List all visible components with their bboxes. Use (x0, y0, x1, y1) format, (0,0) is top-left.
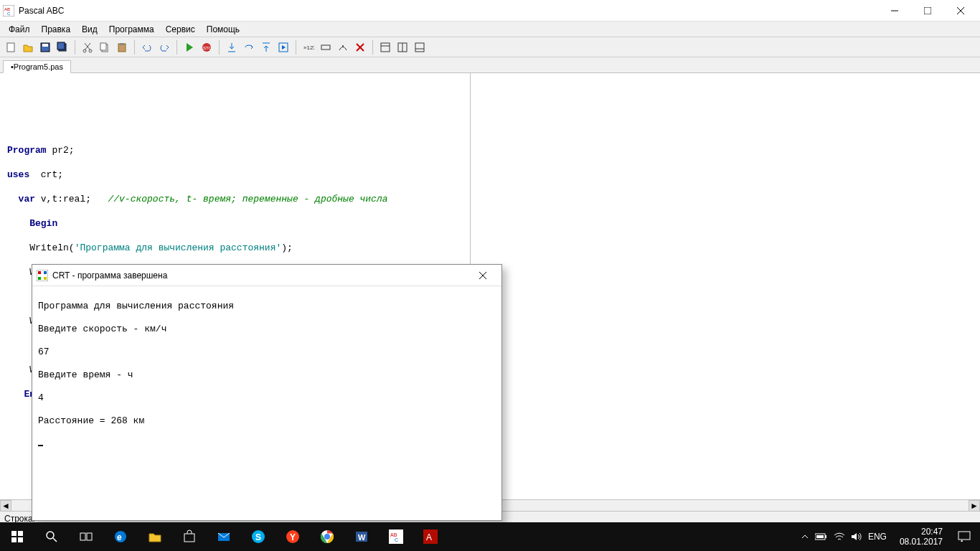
toolbar-separator (296, 40, 296, 55)
clock-date: 08.01.2017 (900, 537, 943, 547)
start-button[interactable] (0, 522, 34, 551)
svg-rect-11 (57, 42, 65, 50)
output-window-icon[interactable] (377, 39, 393, 55)
crt-titlebar[interactable]: CRT - программа завершена (32, 265, 501, 286)
save-icon[interactable] (37, 39, 53, 55)
word-icon[interactable]: W (344, 522, 379, 551)
svg-rect-17 (120, 43, 124, 45)
code-line: Program pr2; (7, 144, 463, 156)
language-indicator[interactable]: ENG (868, 532, 887, 542)
wifi-icon[interactable] (834, 532, 845, 541)
close-button[interactable] (944, 0, 977, 22)
yandex-icon[interactable]: Y (275, 522, 310, 551)
window-controls (878, 0, 977, 22)
action-center-icon[interactable] (948, 522, 980, 551)
app-title: Pascal ABC (19, 6, 878, 16)
file-explorer-icon[interactable] (138, 522, 172, 551)
toolbar-separator (219, 40, 220, 55)
menu-file[interactable]: Файл (3, 23, 36, 36)
tabbar: •Program5.pas (0, 57, 980, 73)
minimize-button[interactable] (878, 0, 911, 22)
redo-icon[interactable] (156, 39, 172, 55)
maximize-button[interactable] (911, 0, 944, 22)
toolbar-separator (134, 40, 135, 55)
store-icon[interactable] (172, 522, 207, 551)
scroll-left-icon[interactable]: ◄ (0, 500, 11, 512)
menu-help[interactable]: Помощь (201, 23, 245, 36)
svg-rect-45 (80, 533, 85, 540)
svg-text:A: A (426, 532, 432, 542)
menu-service[interactable]: Сервис (160, 23, 201, 36)
cut-icon[interactable] (80, 39, 95, 55)
step-over-icon[interactable] (241, 39, 257, 55)
svg-rect-42 (18, 537, 23, 542)
copy-icon[interactable] (97, 39, 113, 55)
svg-rect-36 (44, 277, 47, 280)
tray-chevron-up-icon[interactable] (801, 532, 809, 541)
open-file-icon[interactable] (20, 39, 36, 55)
crt-line: 4 (38, 392, 496, 404)
watch-icon[interactable]: »123 (301, 39, 316, 55)
titlebar: ABC Pascal ABC (0, 0, 980, 22)
pascal-abc-taskbar-icon[interactable]: ABC (379, 522, 413, 551)
clear-icon[interactable] (352, 39, 368, 55)
task-view-icon[interactable] (69, 522, 103, 551)
menu-edit[interactable]: Правка (36, 23, 77, 36)
crt-line: Расстояние = 268 км (38, 415, 496, 427)
crt-close-button[interactable] (468, 265, 497, 286)
crt-window[interactable]: CRT - программа завершена Программа для … (32, 264, 502, 521)
crt-line: Введите время - ч (38, 369, 496, 381)
messages-window-icon[interactable] (395, 39, 410, 55)
clock[interactable]: 20:47 08.01.2017 (894, 527, 948, 547)
svg-rect-35 (38, 277, 41, 280)
svg-point-23 (342, 45, 344, 47)
svg-rect-7 (7, 43, 14, 52)
help-window-icon[interactable] (412, 39, 428, 55)
svg-rect-65 (825, 535, 826, 538)
run-to-cursor-icon[interactable] (275, 39, 291, 55)
stop-icon[interactable]: STOP (199, 39, 215, 55)
svg-text:Y: Y (290, 532, 296, 542)
code-line: Begin (7, 217, 463, 230)
crt-line: Введите скорость - км/ч (38, 324, 496, 335)
svg-rect-9 (42, 44, 48, 47)
code-line: uses crt; (7, 169, 463, 181)
clock-time: 20:47 (900, 527, 943, 537)
mail-icon[interactable] (207, 522, 241, 551)
svg-rect-15 (100, 43, 106, 50)
file-tab[interactable]: •Program5.pas (3, 60, 71, 73)
edge-icon[interactable]: e (103, 522, 138, 551)
run-icon[interactable] (182, 39, 197, 55)
crt-output: Программа для вычисления расстояния Введ… (32, 286, 501, 476)
svg-text:C: C (7, 11, 11, 16)
undo-icon[interactable] (139, 39, 155, 55)
step-out-icon[interactable] (258, 39, 274, 55)
svg-rect-4 (924, 7, 931, 14)
paste-icon[interactable] (114, 39, 130, 55)
battery-icon[interactable] (815, 532, 828, 541)
scroll-right-icon[interactable]: ► (969, 500, 980, 512)
svg-point-56 (324, 534, 330, 540)
toolbar-separator (372, 40, 373, 55)
svg-rect-67 (958, 532, 970, 540)
svg-text:S: S (255, 532, 261, 542)
system-tray: ENG (793, 532, 894, 542)
save-all-icon[interactable] (55, 39, 70, 55)
crt-app-icon (37, 270, 48, 281)
menu-view[interactable]: Вид (76, 23, 103, 36)
adobe-reader-icon[interactable]: A (413, 522, 448, 551)
svg-rect-40 (18, 531, 23, 536)
search-icon[interactable] (34, 522, 69, 551)
new-file-icon[interactable] (3, 39, 19, 55)
menu-program[interactable]: Программа (103, 23, 160, 36)
menubar: Файл Правка Вид Программа Сервис Помощь (0, 22, 980, 37)
svg-text:C: C (395, 537, 398, 542)
locals-icon[interactable] (335, 39, 351, 55)
step-into-icon[interactable] (224, 39, 240, 55)
breakpoint-icon[interactable] (318, 39, 334, 55)
chrome-icon[interactable] (310, 522, 344, 551)
volume-icon[interactable] (851, 532, 862, 542)
skype-icon[interactable]: S (241, 522, 275, 551)
svg-line-44 (53, 538, 57, 542)
svg-rect-46 (87, 533, 92, 540)
